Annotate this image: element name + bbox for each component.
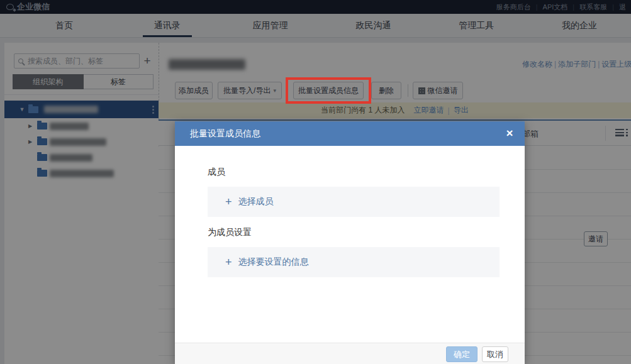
settings-select-panel: + 选择要设置的信息 bbox=[208, 247, 500, 277]
member-section-label: 成员 bbox=[208, 167, 225, 178]
select-info-link[interactable]: + 选择要设置的信息 bbox=[225, 256, 309, 268]
plus-icon: + bbox=[225, 258, 232, 267]
batch-set-member-info-dialog: 批量设置成员信息 × 成员 + 选择成员 为成员设置 + 选择要设置的信息 确定… bbox=[175, 121, 525, 364]
app-window: 企业微信 服务商后台 | API文档 | 联系客服 | 退 首页 通讯录 应用管… bbox=[0, 0, 631, 364]
dialog-header: 批量设置成员信息 × bbox=[175, 121, 525, 146]
select-members-link[interactable]: + 选择成员 bbox=[225, 196, 274, 207]
dialog-title: 批量设置成员信息 bbox=[190, 128, 260, 140]
confirm-button[interactable]: 确定 bbox=[446, 346, 477, 362]
close-icon[interactable]: × bbox=[502, 126, 517, 141]
member-select-panel: + 选择成员 bbox=[208, 187, 500, 217]
settings-section-label: 为成员设置 bbox=[208, 227, 252, 238]
dialog-footer: 确定 取消 bbox=[175, 343, 525, 364]
cancel-button[interactable]: 取消 bbox=[482, 346, 508, 362]
plus-icon: + bbox=[225, 197, 232, 206]
annotation-highlight-box bbox=[286, 77, 371, 104]
